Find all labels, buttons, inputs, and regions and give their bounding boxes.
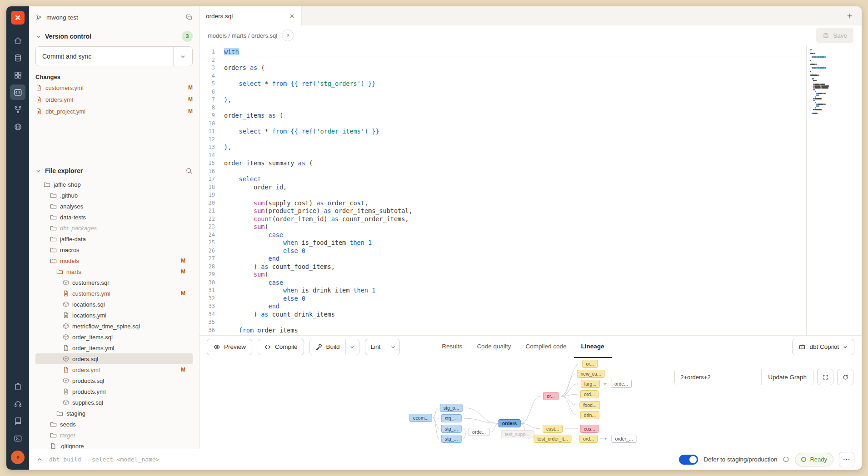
update-graph-button[interactable]: Update Graph xyxy=(761,369,813,385)
tab-compiled-code[interactable]: Compiled code xyxy=(518,336,574,358)
code-line[interactable]: 15order_items_summary as ( xyxy=(200,159,806,168)
file-tree-item-analyses[interactable]: analyses xyxy=(35,201,193,212)
info-icon[interactable] xyxy=(783,456,789,463)
lineage-node-stg1[interactable]: stg_o... xyxy=(440,404,463,412)
defer-toggle[interactable] xyxy=(679,455,698,465)
lineage-selector-input[interactable] xyxy=(675,369,761,385)
file-tree-item-data-tests[interactable]: data-tests xyxy=(35,212,193,223)
code-line[interactable]: 31 when is_drink_item then 1 xyxy=(200,287,806,295)
expand-command-bar-chevron-icon[interactable] xyxy=(36,456,43,463)
code-line[interactable]: 32 else 0 xyxy=(200,295,806,303)
minimap[interactable] xyxy=(806,45,842,335)
file-tree-item-orders-yml[interactable]: orders.ymlM xyxy=(35,364,193,375)
open-link-icon[interactable] xyxy=(282,30,294,41)
lineage-node-ord2[interactable]: ord... xyxy=(579,435,598,443)
file-tree-item-order-items-yml[interactable]: order_items.yml xyxy=(35,342,193,353)
copy-icon[interactable] xyxy=(185,14,193,21)
code-line[interactable]: 20 sum(supply_cost) as order_cost, xyxy=(200,199,806,208)
code-line[interactable]: 4 xyxy=(200,72,806,80)
docs-book-icon[interactable] xyxy=(10,413,25,429)
changed-file-row[interactable]: customers.ymlM xyxy=(35,82,193,94)
lineage-node-test_sup[interactable]: test_suppl... xyxy=(501,430,534,438)
commit-and-sync-button[interactable]: Commit and sync xyxy=(35,46,193,66)
code-line[interactable]: 6 xyxy=(200,88,806,96)
code-line[interactable]: 17 select xyxy=(200,175,806,183)
lineage-node-ord1[interactable]: ord... xyxy=(580,390,599,398)
ide-editor-icon[interactable] xyxy=(10,84,25,100)
user-avatar[interactable] xyxy=(11,451,25,464)
more-options-button[interactable]: ⋯ xyxy=(839,452,854,467)
code-line[interactable]: 21 sum(product_price) as order_items_sub… xyxy=(200,207,806,215)
lineage-node-or_pink[interactable]: or... xyxy=(543,392,559,400)
file-tree-item-macros[interactable]: macros xyxy=(35,244,193,255)
lineage-node-stg4[interactable]: stg_... xyxy=(441,435,462,443)
fullscreen-icon[interactable] xyxy=(817,369,833,385)
code-line[interactable]: 9order_items as ( xyxy=(200,112,806,120)
code-line[interactable]: 12 xyxy=(200,136,806,144)
code-line[interactable]: 36 from order_items xyxy=(200,327,806,335)
changed-file-row[interactable]: orders.ymlM xyxy=(35,94,193,105)
lint-button[interactable]: Lint xyxy=(365,339,386,355)
file-tree-item-staging[interactable]: staging xyxy=(35,408,193,419)
lineage-node-orders[interactable]: orders xyxy=(499,419,521,427)
environments-icon[interactable] xyxy=(10,50,25,65)
code-line[interactable]: 18 order_id, xyxy=(200,183,806,192)
file-tree-item-target[interactable]: target xyxy=(35,430,193,441)
lineage-node-or_y[interactable]: or... xyxy=(582,360,598,368)
ide-status-badge[interactable]: Ready xyxy=(795,453,833,466)
file-explorer-header[interactable]: File explorer xyxy=(35,163,193,179)
code-editor[interactable]: 1with23orders as (45 select * from {{ re… xyxy=(200,45,862,335)
code-line[interactable]: 13), xyxy=(200,144,806,152)
code-line[interactable]: 24 case xyxy=(200,231,806,239)
lineage-node-larg[interactable]: larg... xyxy=(581,380,600,388)
search-icon[interactable] xyxy=(185,167,193,174)
version-control-header[interactable]: Version control 3 xyxy=(35,28,193,45)
file-tree-item--github[interactable]: .github xyxy=(35,190,193,201)
preview-button[interactable]: Preview xyxy=(207,339,252,355)
git-fork-icon[interactable] xyxy=(10,102,25,117)
tab-lineage[interactable]: Lineage xyxy=(574,336,612,358)
code-line[interactable]: 28 ) as count_food_items, xyxy=(200,263,806,271)
dbt-logo-icon[interactable]: ✕ xyxy=(11,11,25,25)
file-tree-item-jaffle-data[interactable]: jaffle-data xyxy=(35,233,193,244)
build-button[interactable]: Build xyxy=(310,339,345,355)
code-line[interactable]: 33 end xyxy=(200,302,806,311)
file-tree-item-seeds[interactable]: seeds xyxy=(35,419,193,430)
code-line[interactable]: 26 else 0 xyxy=(200,247,806,255)
tab-close-icon[interactable] xyxy=(289,13,295,19)
code-line[interactable]: 14 xyxy=(200,152,806,160)
code-line[interactable]: 29 sum( xyxy=(200,271,806,279)
code-line[interactable]: 1with xyxy=(200,48,806,56)
dbt-copilot-button[interactable]: dbt Copilot xyxy=(792,339,854,355)
lineage-node-stg2[interactable]: stg_... xyxy=(441,414,462,422)
file-tree-item-customers-yml[interactable]: customers.ymlM xyxy=(35,288,193,299)
code-line[interactable]: 16 xyxy=(200,168,806,176)
lineage-node-food[interactable]: food... xyxy=(579,401,600,409)
lineage-panel[interactable]: ecom...stg_o...stg_...stg_...stg_...orde… xyxy=(200,358,862,449)
code-line[interactable]: 8 xyxy=(200,104,806,112)
lineage-node-drin[interactable]: drin... xyxy=(580,411,599,419)
file-tree-item-locations-yml[interactable]: locations.yml xyxy=(35,310,193,321)
refresh-icon[interactable] xyxy=(837,369,853,385)
code-line[interactable]: 23 sum( xyxy=(200,223,806,231)
tab-code-quality[interactable]: Code quality xyxy=(469,336,518,358)
lineage-node-stg3[interactable]: stg_... xyxy=(441,425,462,433)
tab-orders-sql[interactable]: orders.sql xyxy=(200,6,302,25)
build-options-chevron-icon[interactable] xyxy=(345,339,359,355)
file-tree-item--gitignore[interactable]: .gitignore xyxy=(35,441,193,449)
new-tab-button[interactable] xyxy=(846,12,853,20)
code-line[interactable]: 2 xyxy=(200,56,806,64)
code-line[interactable]: 3orders as ( xyxy=(200,64,806,72)
code-line[interactable]: 10 xyxy=(200,120,806,128)
lineage-node-ord_out[interactable]: orde... xyxy=(469,428,489,436)
file-tree-item-products-yml[interactable]: products.yml xyxy=(35,386,193,397)
file-tree-item-metricflow-time-spine-sql[interactable]: metricflow_time_spine.sql xyxy=(35,321,193,332)
file-tree-item-marts[interactable]: martsM xyxy=(35,266,193,277)
lineage-node-cus_pink[interactable]: cus... xyxy=(580,425,599,433)
lineage-node-test_oi[interactable]: test_order_it... xyxy=(534,435,571,443)
file-tree-item-orders-sql[interactable]: orders.sql xyxy=(35,353,193,364)
command-input-placeholder[interactable]: dbt build --select <model_name> xyxy=(49,456,160,463)
code-line[interactable]: 35 xyxy=(200,318,806,327)
file-tree-item-customers-sql[interactable]: customers.sql xyxy=(35,277,193,288)
compile-button[interactable]: Compile xyxy=(258,339,304,355)
